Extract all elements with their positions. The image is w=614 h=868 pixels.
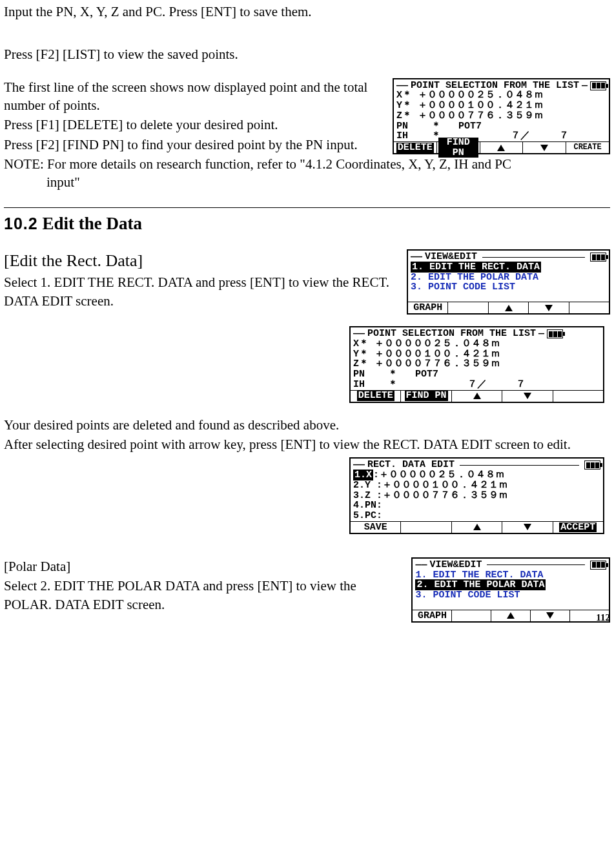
paragraph: Your desired points are deleted and foun… [4, 416, 610, 434]
lcd-line: X＊ ＋０００００２５．０４８ｍ [353, 339, 600, 349]
paragraph: Press [F2] [LIST] to view the saved poin… [4, 45, 610, 63]
softkey-blank [401, 522, 451, 533]
lcd-point-selection: —— POINT SELECTION FROM THE LIST — X＊ ＋０… [349, 326, 604, 403]
softkey-blank [448, 302, 488, 313]
softkey-down[interactable] [529, 302, 569, 313]
lcd-title: VIEW&EDIT [425, 252, 477, 262]
menu-item-selected[interactable]: 2. EDIT THE POLAR DATA [415, 580, 606, 590]
softkey-up[interactable] [491, 610, 531, 621]
lcd-line: PN ＊ POT7 [396, 121, 606, 132]
softkey-up[interactable] [480, 142, 524, 153]
battery-icon [590, 253, 606, 262]
paragraph: Select 2. EDIT THE POLAR DATA and press … [4, 577, 405, 614]
menu-item[interactable]: 1. EDIT THE RECT. DATA [415, 570, 606, 581]
softkey-blank [569, 302, 609, 313]
softkey-up[interactable] [489, 302, 529, 313]
softkey-delete[interactable]: DELETE [394, 142, 437, 153]
softkey-create[interactable]: CREATE [566, 142, 609, 153]
lcd-title: VIEW&EDIT [429, 560, 482, 570]
section-divider [4, 207, 610, 208]
lcd-softkeys: GRAPH [413, 610, 609, 621]
lcd-line: Y＊ ＋００００１００．４２１ｍ [396, 101, 606, 111]
lcd-line: Z＊ ＋００００７７６．３５９ｍ [353, 359, 600, 369]
subheading: [Edit the Rect. Data] [4, 249, 400, 272]
lcd-softkeys: DELETE FIND PN CREATE [394, 141, 609, 153]
paragraph: Press [F2] [FIND PN] to find your desire… [4, 136, 386, 154]
lcd-line: IH ＊ ７／ ７ [353, 380, 600, 390]
menu-item[interactable]: 2. EDIT THE POLAR DATA [411, 273, 606, 283]
paragraph: After selecting desired point with arrow… [4, 435, 610, 453]
subheading: [Polar Data] [4, 557, 405, 575]
field-y[interactable]: 2.Y :＋００００１００．４２１ｍ [353, 480, 600, 491]
note-line: NOTE: For more details on research funct… [4, 155, 610, 173]
field-z[interactable]: 3.Z :＋００００７７６．３５９ｍ [353, 491, 600, 501]
paragraph: Press [F1] [DELETE] to delete your desir… [4, 116, 386, 134]
softkey-graph[interactable]: GRAPH [408, 302, 448, 313]
lcd-line: X＊ ＋０００００２５．０４８ｍ [396, 90, 606, 101]
menu-item[interactable]: 3. POINT CODE LIST [415, 590, 606, 601]
field-pc[interactable]: 5.PC: [353, 511, 600, 521]
softkey-up[interactable] [452, 391, 502, 402]
lcd-title: POINT SELECTION FROM THE LIST [411, 81, 579, 91]
field-x-selected[interactable]: 1.X:＋０００００２５．０４８ｍ [353, 470, 600, 480]
lcd-title: POINT SELECTION FROM THE LIST [367, 329, 536, 339]
softkey-blank [452, 610, 491, 621]
softkey-down[interactable] [531, 610, 570, 621]
lcd-softkeys: GRAPH [408, 302, 609, 313]
lcd-title: RECT. DATA EDIT [367, 460, 455, 470]
softkey-find-pn[interactable]: FIND PN [401, 391, 451, 402]
softkey-down[interactable] [523, 142, 566, 153]
section-heading: 10.2 Edit the Data [4, 212, 610, 235]
lcd-line: Z＊ ＋００００７７６．３５９ｍ [396, 111, 606, 121]
lcd-point-selection: —— POINT SELECTION FROM THE LIST — X＊ ＋０… [393, 78, 610, 155]
menu-item-selected[interactable]: 1. EDIT THE RECT. DATA [411, 262, 606, 273]
softkey-find-pn[interactable]: FIND PN [437, 142, 480, 153]
lcd-softkeys: SAVE ACCEPT [351, 521, 603, 533]
paragraph: Select 1. EDIT THE RECT. DATA and press … [4, 273, 400, 310]
battery-icon [590, 561, 606, 570]
battery-icon [547, 329, 563, 338]
softkey-down[interactable] [502, 522, 553, 533]
lcd-rect-data-edit: —— RECT. DATA EDIT 1.X:＋０００００２５．０４８ｍ 2.Y… [349, 457, 604, 534]
lcd-softkeys: DELETE FIND PN [351, 390, 603, 402]
softkey-delete[interactable]: DELETE [351, 391, 401, 402]
softkey-blank [553, 391, 603, 402]
lcd-view-edit: —— VIEW&EDIT 1. EDIT THE RECT. DATA 2. E… [407, 249, 610, 315]
page-number: 112 [596, 611, 610, 624]
menu-item[interactable]: 3. POINT CODE LIST [411, 282, 606, 293]
paragraph: The first line of the screen shows now d… [4, 78, 386, 115]
lcd-line: PN ＊ POT7 [353, 369, 600, 380]
softkey-accept[interactable]: ACCEPT [553, 522, 603, 533]
note-continuation: input" [4, 173, 610, 191]
softkey-graph[interactable]: GRAPH [413, 610, 452, 621]
softkey-up[interactable] [452, 522, 502, 533]
field-pn[interactable]: 4.PN: [353, 501, 600, 511]
paragraph: Input the PN, X, Y, Z and PC. Press [ENT… [4, 3, 610, 21]
lcd-view-edit: —— VIEW&EDIT 1. EDIT THE RECT. DATA 2. E… [411, 557, 610, 623]
lcd-line: IH ＊ ７／ ７ [396, 131, 606, 141]
battery-icon [584, 460, 600, 470]
battery-icon [590, 81, 606, 90]
lcd-line: Y＊ ＋００００１００．４２１ｍ [353, 349, 600, 360]
softkey-down[interactable] [502, 391, 553, 402]
softkey-save[interactable]: SAVE [351, 522, 401, 533]
